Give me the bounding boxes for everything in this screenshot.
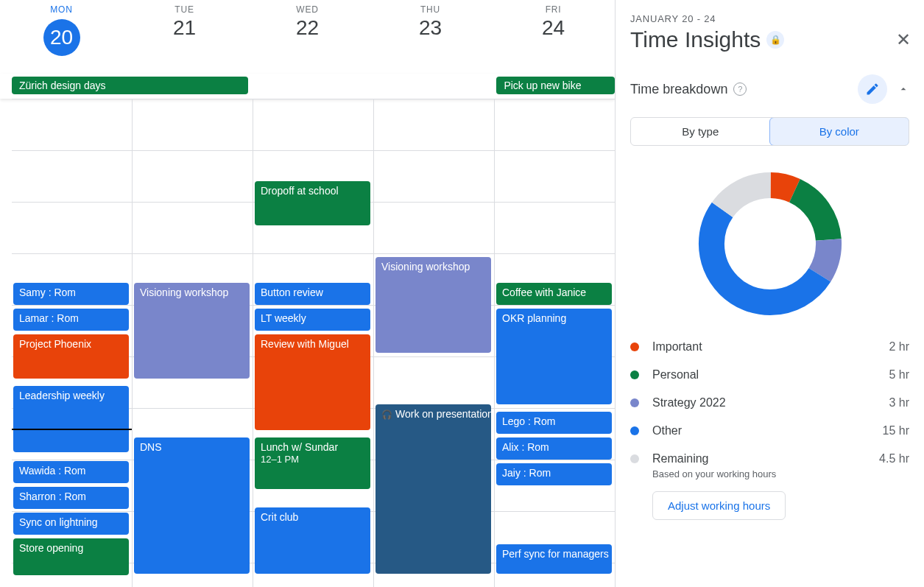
calendar-grid: MON20TUE21WED22THU23FRI24 Zürich design …	[0, 0, 615, 587]
day-header[interactable]: THU23	[369, 0, 492, 73]
calendar-event[interactable]: Lunch w/ Sundar12–1 PM	[255, 437, 370, 489]
all-day-event[interactable]: Pick up new bike	[496, 77, 615, 94]
chevron-up-icon[interactable]	[897, 83, 909, 95]
legend-row[interactable]: Important2 hr	[630, 333, 909, 361]
calendar-event[interactable]: Review with Miguel	[255, 334, 370, 430]
day-date: 20	[43, 19, 80, 56]
day-column[interactable]: Visioning workshopDNS	[132, 99, 253, 587]
day-column[interactable]: Dropoff at schoolButton reviewLT weeklyR…	[253, 99, 373, 587]
close-icon[interactable]: ✕	[896, 31, 911, 49]
event-title: Leadership weekly	[19, 390, 105, 401]
legend-value: 4.5 hr	[879, 452, 909, 465]
day-column[interactable]: Samy : RomLamar : RomProject PhoenixLead…	[12, 99, 132, 587]
legend-row[interactable]: Strategy 20223 hr	[630, 389, 909, 417]
event-title: Dropoff at school	[261, 185, 339, 197]
breakdown-tabs: By type By color	[630, 117, 909, 146]
calendar-event[interactable]: Visioning workshop	[134, 283, 250, 379]
edit-button[interactable]	[858, 74, 887, 104]
legend-row[interactable]: Other15 hr	[630, 417, 909, 445]
calendar-event[interactable]: Crit club	[255, 507, 370, 574]
event-title: Lunch w/ Sundar	[261, 441, 338, 453]
day-header[interactable]: WED22	[246, 0, 369, 73]
adjust-working-hours-button[interactable]: Adjust working hours	[652, 491, 786, 520]
calendar-event[interactable]: Store opening	[13, 538, 129, 575]
calendar-event[interactable]: Work on presentation	[375, 404, 491, 574]
calendar-event[interactable]: Project Phoenix	[13, 334, 129, 379]
event-title: Coffee with Janice	[502, 287, 586, 298]
day-header[interactable]: TUE21	[123, 0, 246, 73]
calendar-event[interactable]: Alix : Rom	[496, 437, 612, 460]
donut-chart	[630, 166, 909, 321]
legend-swatch	[630, 370, 639, 379]
legend-label: Personal	[652, 368, 889, 382]
time-grid[interactable]: Samy : RomLamar : RomProject PhoenixLead…	[12, 99, 615, 587]
day-date: 21	[123, 16, 246, 40]
calendar-event[interactable]: Jaiy : Rom	[496, 463, 612, 485]
legend: Important2 hrPersonal5 hrStrategy 20223 …	[630, 333, 909, 520]
calendar-event[interactable]: Samy : Rom	[13, 283, 129, 305]
day-of-week: FRI	[492, 4, 615, 15]
event-title: Project Phoenix	[19, 338, 91, 350]
info-icon[interactable]: ?	[733, 82, 747, 96]
event-time: 12–1 PM	[261, 454, 364, 466]
day-date: 24	[492, 16, 615, 40]
tab-by-color[interactable]: By color	[769, 117, 910, 146]
calendar-event[interactable]: Lego : Rom	[496, 412, 612, 434]
calendar-event[interactable]: Perf sync for managers	[496, 544, 612, 574]
time-insights-panel: JANUARY 20 ‑ 24 Time Insights 🔒 ✕ Time b…	[615, 0, 924, 587]
day-of-week: MON	[0, 4, 123, 15]
calendar-event[interactable]: Sharron : Rom	[13, 487, 129, 509]
event-title: Visioning workshop	[381, 261, 470, 273]
legend-label: Other	[652, 424, 883, 437]
legend-swatch	[630, 398, 639, 407]
panel-title-text: Time Insights	[630, 27, 761, 52]
event-title: Review with Miguel	[261, 338, 349, 350]
legend-sublabel: Based on your working hours	[652, 468, 909, 479]
calendar-event[interactable]: Dropoff at school	[255, 181, 370, 225]
day-header[interactable]: MON20	[0, 0, 123, 73]
event-title: Samy : Rom	[19, 287, 76, 298]
event-title: Store opening	[19, 542, 83, 554]
legend-swatch	[630, 426, 639, 435]
day-of-week: TUE	[123, 4, 246, 15]
day-date: 23	[369, 16, 492, 40]
calendar-event[interactable]: Sync on lightning	[13, 513, 129, 535]
legend-value: 2 hr	[889, 340, 909, 354]
calendar-event[interactable]: DNS	[134, 437, 250, 574]
calendar-event[interactable]: Coffee with Janice	[496, 283, 612, 305]
day-of-week: THU	[369, 4, 492, 15]
legend-value: 15 hr	[883, 424, 909, 437]
event-title: Work on presentation	[395, 408, 491, 420]
event-title: Visioning workshop	[140, 287, 228, 298]
legend-label: Important	[652, 340, 889, 354]
event-title: Alix : Rom	[502, 441, 549, 453]
legend-label: Strategy 2022	[652, 396, 889, 410]
event-title: Button review	[261, 287, 323, 298]
event-title: Jaiy : Rom	[502, 467, 551, 479]
legend-label: Remaining	[652, 452, 879, 465]
section-title: Time breakdown	[630, 82, 727, 97]
calendar-event[interactable]: Leadership weekly	[13, 386, 129, 452]
day-column[interactable]: Visioning workshopWork on presentation	[373, 99, 494, 587]
event-title: Sharron : Rom	[19, 491, 86, 502]
day-header-row: MON20TUE21WED22THU23FRI24	[0, 0, 615, 74]
calendar-event[interactable]: Button review	[255, 283, 370, 305]
event-title: Crit club	[261, 511, 298, 523]
day-date: 22	[246, 16, 369, 40]
day-header[interactable]: FRI24	[492, 0, 615, 73]
svg-point-4	[711, 185, 828, 302]
legend-swatch	[630, 454, 639, 463]
event-title: OKR planning	[502, 312, 566, 324]
legend-row[interactable]: Personal5 hr	[630, 361, 909, 389]
calendar-event[interactable]: Wawida : Rom	[13, 461, 129, 483]
calendar-event[interactable]: LT weekly	[255, 309, 370, 331]
date-range: JANUARY 20 ‑ 24	[630, 13, 909, 24]
lock-icon[interactable]: 🔒	[766, 31, 784, 49]
tab-by-type[interactable]: By type	[631, 118, 770, 145]
legend-swatch	[630, 342, 639, 351]
event-title: Lego : Rom	[502, 415, 555, 427]
day-column[interactable]: Coffee with JaniceOKR planningLego : Rom…	[494, 99, 615, 587]
calendar-event[interactable]: Lamar : Rom	[13, 309, 129, 331]
calendar-event[interactable]: OKR planning	[496, 309, 612, 404]
calendar-event[interactable]: Visioning workshop	[375, 257, 491, 353]
